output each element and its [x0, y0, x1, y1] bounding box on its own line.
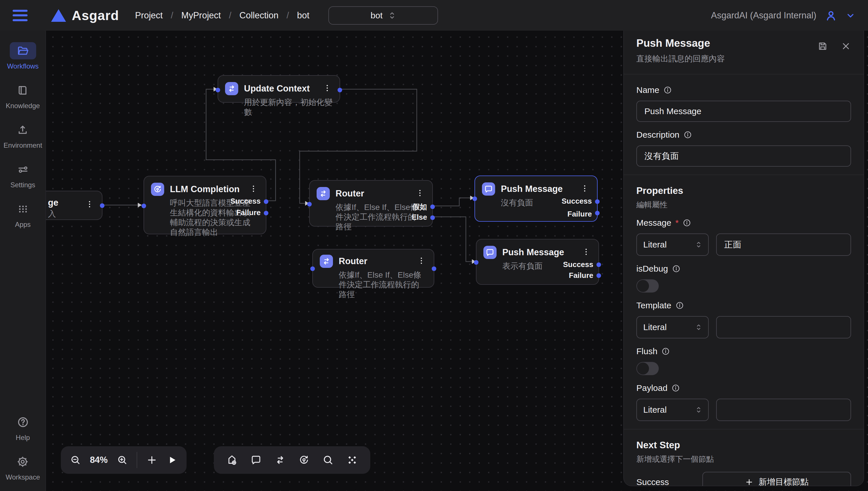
- input-handle[interactable]: [472, 197, 477, 201]
- input-handle[interactable]: [141, 204, 146, 208]
- payload-value-input[interactable]: [716, 399, 851, 421]
- input-handle[interactable]: [474, 260, 479, 265]
- output-handle-success[interactable]: [595, 199, 600, 204]
- info-icon[interactable]: [683, 131, 692, 139]
- llm-cycle-icon[interactable]: [298, 454, 310, 466]
- updown-chevron-icon: [696, 323, 702, 331]
- template-value-input[interactable]: [716, 316, 851, 339]
- workflow-select[interactable]: bot: [328, 6, 438, 25]
- template-field-label: Template: [636, 300, 671, 310]
- kebab-menu-icon[interactable]: [248, 183, 259, 195]
- navbar-account-area: AsgardAI (Asgard Internal): [711, 9, 856, 22]
- swap-arrows-icon[interactable]: [274, 454, 286, 466]
- info-icon[interactable]: [683, 219, 691, 227]
- sidebar-item-label: Knowledge: [6, 102, 40, 110]
- output-handle[interactable]: [432, 266, 436, 271]
- sidebar-item-workspace[interactable]: Workspace: [6, 453, 40, 481]
- info-icon[interactable]: [675, 301, 684, 310]
- properties-heading: Properties: [636, 185, 851, 196]
- kebab-menu-icon[interactable]: [579, 183, 590, 195]
- next-step-subheading: 新增或選擇下一個節點: [636, 454, 851, 464]
- kebab-menu-icon[interactable]: [416, 255, 427, 267]
- kebab-menu-icon[interactable]: [581, 247, 592, 258]
- node-router-2[interactable]: Router 依據If、Else If、Else條件決定工作流程執行的路徑: [312, 249, 434, 288]
- node-llm-completion[interactable]: LLM Completion 呼叫大型語言模型並產生結構化的資料輸出以輔助流程的…: [143, 176, 266, 234]
- sidebar-item-label: Settings: [10, 181, 35, 189]
- message-field-label: Message: [636, 218, 671, 228]
- move-layout-icon[interactable]: [346, 454, 358, 466]
- breadcrumb-myproject[interactable]: MyProject: [182, 10, 221, 21]
- run-play-icon[interactable]: [166, 454, 178, 466]
- flush-toggle[interactable]: [636, 362, 659, 375]
- sidebar-item-workflows[interactable]: Workflows: [7, 42, 38, 70]
- breadcrumb-bot[interactable]: bot: [297, 10, 309, 21]
- chevron-down-icon[interactable]: [846, 10, 856, 20]
- app-logo[interactable]: Asgard: [51, 8, 119, 23]
- breadcrumb: Project / MyProject / Collection / bot: [135, 10, 309, 21]
- input-handle[interactable]: [307, 202, 312, 206]
- add-target-node-success-button[interactable]: 新增目標節點: [702, 472, 851, 486]
- node-update-context[interactable]: Update Context 用於更新內容，初始化變數: [218, 75, 340, 103]
- folder-icon: [17, 45, 29, 57]
- sidebar-item-label: Environment: [3, 141, 42, 149]
- breadcrumb-collection[interactable]: Collection: [239, 10, 278, 21]
- node-description: 入: [48, 209, 56, 219]
- port-label-success: Success: [563, 260, 593, 269]
- kebab-menu-icon[interactable]: [84, 199, 95, 211]
- isdebug-toggle[interactable]: [636, 279, 659, 292]
- output-handle[interactable]: [100, 203, 105, 208]
- sidebar-item-label: Apps: [15, 221, 31, 229]
- payload-type-select[interactable]: Literal: [636, 399, 709, 421]
- message-value-input[interactable]: 正面: [716, 233, 851, 256]
- hamburger-menu-icon[interactable]: [12, 10, 28, 21]
- add-icon[interactable]: [146, 454, 158, 466]
- input-handle[interactable]: [216, 88, 220, 92]
- output-handle[interactable]: [337, 88, 342, 92]
- output-handle-failure[interactable]: [264, 211, 268, 215]
- info-icon[interactable]: [661, 347, 670, 356]
- input-handle[interactable]: [310, 266, 315, 271]
- node-title: Router: [335, 189, 409, 199]
- upload-icon: [17, 124, 29, 136]
- info-icon[interactable]: [663, 86, 672, 94]
- description-field-label: Description: [636, 130, 679, 140]
- description-field[interactable]: 沒有負面: [636, 145, 851, 167]
- kebab-menu-icon[interactable]: [414, 187, 425, 200]
- template-type-select[interactable]: Literal: [636, 316, 709, 339]
- node-router-1[interactable]: Router 依據If、Else If、Else條件決定工作流程執行的路徑 假如…: [309, 180, 433, 227]
- sidebar-item-apps[interactable]: Apps: [10, 200, 36, 229]
- breadcrumb-project[interactable]: Project: [135, 10, 162, 21]
- message-type-select[interactable]: Literal: [636, 233, 709, 256]
- search-icon[interactable]: [322, 454, 334, 466]
- sidebar-item-environment[interactable]: Environment: [3, 121, 42, 149]
- node-push-message-1[interactable]: Push Message 沒有負面 Success Failure: [474, 175, 598, 222]
- output-handle-success[interactable]: [264, 199, 268, 204]
- zoom-in-icon[interactable]: [116, 454, 128, 466]
- node-message-partial[interactable]: ge 入: [46, 191, 103, 220]
- close-icon[interactable]: [841, 41, 851, 52]
- name-field[interactable]: Push Message: [636, 101, 851, 122]
- sidebar-item-settings[interactable]: Settings: [10, 161, 36, 189]
- add-node-tag-icon[interactable]: [226, 454, 238, 466]
- output-handle-else[interactable]: [430, 215, 435, 220]
- info-icon[interactable]: [671, 384, 680, 392]
- output-handle-failure[interactable]: [595, 211, 600, 215]
- kebab-menu-icon[interactable]: [322, 83, 333, 95]
- chat-bubble-icon[interactable]: [250, 454, 262, 466]
- llm-cycle-icon: [151, 183, 164, 196]
- sidebar-item-knowledge[interactable]: Knowledge: [6, 82, 40, 110]
- user-icon[interactable]: [824, 9, 838, 22]
- port-label-success: Success: [230, 197, 261, 206]
- info-icon[interactable]: [672, 264, 681, 273]
- swap-arrows-icon: [317, 187, 330, 200]
- updown-chevron-icon: [696, 240, 702, 249]
- sidebar-item-help[interactable]: Help: [10, 413, 36, 442]
- zoom-out-icon[interactable]: [70, 454, 81, 466]
- chat-bubble-icon: [482, 182, 495, 196]
- save-icon[interactable]: [817, 41, 828, 52]
- output-handle-success[interactable]: [596, 262, 601, 267]
- flush-field-label: Flush: [636, 346, 657, 356]
- node-push-message-2[interactable]: Push Message 表示有負面 Success Failure: [476, 239, 599, 285]
- output-handle-if[interactable]: [430, 204, 435, 209]
- output-handle-failure[interactable]: [596, 273, 601, 278]
